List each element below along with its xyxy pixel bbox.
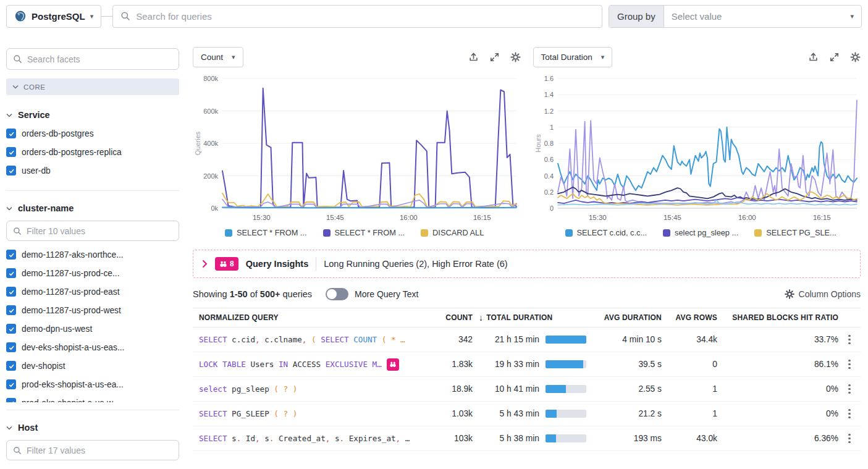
facet-checkbox-item[interactable]: demo-11287-aks-northce... xyxy=(6,248,179,261)
more-query-text-label: More Query Text xyxy=(355,289,418,299)
facet-checkbox-item[interactable]: orders-db-postgres xyxy=(6,127,179,140)
facet-group-service-header[interactable]: Service xyxy=(6,110,179,120)
table-row[interactable]: SELECT PG_SLEEP ( ? ) 1.03k 5 h 43 min 2… xyxy=(193,402,861,426)
column-header-total-duration[interactable]: ↓TOTAL DURATION xyxy=(473,313,591,323)
checkbox-checked-icon[interactable] xyxy=(6,305,16,315)
legend-item[interactable]: SELECT * FROM ... xyxy=(323,228,405,237)
bar-track xyxy=(546,410,586,418)
checkbox-checked-icon[interactable] xyxy=(6,398,16,402)
normalized-query-cell[interactable]: select pg_sleep ( ? ) xyxy=(193,384,428,394)
row-actions-menu[interactable] xyxy=(838,434,861,444)
group-by-value-select[interactable]: Select value ▾ xyxy=(664,6,861,27)
facet-sidebar: CORE Service orders-db-postgres xyxy=(0,32,189,469)
normalized-query-cell[interactable]: SELECT c.cid, c.clname, ( SELECT COUNT (… xyxy=(193,335,428,344)
row-actions-menu[interactable] xyxy=(838,384,861,394)
checkbox-checked-icon[interactable] xyxy=(6,250,16,260)
facet-checkbox-item[interactable]: user-db xyxy=(6,164,179,177)
normalized-query-cell[interactable]: LOCK TABLE Users IN ACCESS EXCLUSIVE M… xyxy=(193,358,428,371)
postgresql-logo-icon xyxy=(14,10,27,22)
export-icon[interactable] xyxy=(808,52,819,62)
table-row[interactable]: SELECT s. Id, s. Created_at, s. Expires_… xyxy=(193,426,861,451)
legend-item[interactable]: SELECT * FROM ... xyxy=(225,228,307,237)
facet-value-label: user-db xyxy=(22,166,51,175)
facet-value-label: demo-11287-us-prod-west xyxy=(22,306,121,315)
legend-item[interactable]: SELECT c.cid, c.c... xyxy=(565,228,647,237)
expand-icon[interactable] xyxy=(829,52,840,62)
facet-search-input[interactable] xyxy=(27,54,172,64)
facet-checkbox-item[interactable]: prod-eks-shopist-a-us-ea... xyxy=(6,378,179,391)
chevron-right-icon[interactable] xyxy=(202,260,208,268)
total-duration-chart[interactable]: 00.20.40.60.811.21.41.615:3015:4516:0016… xyxy=(533,70,861,224)
normalized-query-cell[interactable]: SELECT PG_SLEEP ( ? ) xyxy=(193,409,428,418)
checkbox-checked-icon[interactable] xyxy=(6,147,16,157)
total-duration-metric-select[interactable]: Total Duration ▾ xyxy=(533,47,613,67)
gear-icon[interactable] xyxy=(510,52,521,62)
chart-actions xyxy=(808,52,861,62)
facet-checkbox-item[interactable]: demo-dpn-us-west xyxy=(6,323,179,335)
checkbox-checked-icon[interactable] xyxy=(6,129,16,138)
cluster-filter-input[interactable] xyxy=(27,226,172,236)
avg-rows-cell: 1 xyxy=(662,409,717,418)
checkbox-checked-icon[interactable] xyxy=(6,268,16,278)
database-type-select[interactable]: PostgreSQL ▾ xyxy=(6,5,101,28)
column-header-avg-rows[interactable]: AVG ROWS xyxy=(662,313,717,322)
checkbox-checked-icon[interactable] xyxy=(6,166,16,175)
facet-checkbox-item[interactable]: demo-11287-us-prod-ce... xyxy=(6,267,179,279)
facet-group-host-header[interactable]: Host xyxy=(6,423,179,433)
checkbox-checked-icon[interactable] xyxy=(6,324,16,334)
svg-text:200k: 200k xyxy=(203,172,218,180)
checkbox-checked-icon[interactable] xyxy=(6,287,16,297)
legend-item[interactable]: select pg_sleep ... xyxy=(663,228,738,237)
table-toolbar: Showing 1-50 of 500+ queries More Query … xyxy=(193,288,861,300)
query-sql-text: SELECT c.cid, c.clname, ( SELECT COUNT (… xyxy=(199,335,405,344)
count-metric-select[interactable]: Count ▾ xyxy=(193,47,243,67)
facet-value-label: demo-11287-us-prod-ce... xyxy=(22,269,120,278)
legend-item[interactable]: SELECT PG_SLE... xyxy=(754,228,836,237)
column-options-label: Column Options xyxy=(799,289,861,299)
column-header-count[interactable]: COUNT xyxy=(428,313,473,322)
chevron-down-icon: ▾ xyxy=(232,53,235,61)
column-header-normalized-query[interactable]: NORMALIZED QUERY xyxy=(193,313,428,322)
legend-label: DISCARD ALL xyxy=(432,228,484,237)
core-section-header[interactable]: CORE xyxy=(6,78,179,95)
total-duration-chart-header: Total Duration ▾ xyxy=(533,47,861,67)
expand-icon[interactable] xyxy=(489,52,500,62)
sort-descending-icon: ↓ xyxy=(479,313,483,323)
gear-icon[interactable] xyxy=(850,52,861,62)
facet-checkbox-item[interactable]: dev-eks-shopist-a-us-eas... xyxy=(6,341,179,353)
facet-checkbox-item[interactable]: demo-11287-us-prod-east xyxy=(6,285,179,298)
column-header-shared-blocks-hit-ratio[interactable]: SHARED BLOCKS HIT RATIO xyxy=(717,313,838,322)
facet-group-cluster-header[interactable]: cluster-name xyxy=(6,203,179,213)
count-chart[interactable]: 0k200k400k600k800k15:3015:4516:0016:15Qu… xyxy=(193,70,520,224)
row-actions-menu[interactable] xyxy=(838,360,861,370)
host-filter-input[interactable] xyxy=(27,446,172,455)
legend-label: SELECT PG_SLE... xyxy=(766,228,836,237)
legend-item[interactable]: DISCARD ALL xyxy=(421,228,484,237)
checkbox-checked-icon[interactable] xyxy=(6,342,16,352)
checkbox-checked-icon[interactable] xyxy=(6,379,16,389)
table-row[interactable]: LOCK TABLE Users IN ACCESS EXCLUSIVE M… … xyxy=(193,352,861,377)
column-options-button[interactable]: Column Options xyxy=(785,289,861,299)
column-header-avg-duration[interactable]: AVG DURATION xyxy=(591,313,662,322)
facet-value-label: prod-eks-shopist-a-us-w xyxy=(22,399,113,403)
more-query-text-toggle[interactable] xyxy=(326,288,348,300)
insight-badge[interactable] xyxy=(387,358,399,371)
ratio-cell: 33.7% xyxy=(717,335,838,344)
row-actions-menu[interactable] xyxy=(838,335,861,345)
count-cell: 1.83k xyxy=(428,360,473,369)
row-actions-menu[interactable] xyxy=(838,409,861,419)
table-row[interactable]: select pg_sleep ( ? ) 18.9k 10 h 41 min … xyxy=(193,377,861,402)
table-row[interactable]: SELECT c.cid, c.clname, ( SELECT COUNT (… xyxy=(193,327,861,352)
query-insights-banner[interactable]: 8 Query Insights Long Running Queries (2… xyxy=(193,250,861,278)
query-search-input[interactable] xyxy=(136,11,594,22)
facet-checkbox-item[interactable]: prod-eks-shopist-a-us-w xyxy=(6,397,179,402)
facet-checkbox-item[interactable]: demo-11287-us-prod-west xyxy=(6,304,179,316)
checkbox-checked-icon[interactable] xyxy=(6,361,16,371)
legend-label: SELECT c.cid, c.c... xyxy=(577,228,647,237)
svg-text:15:30: 15:30 xyxy=(253,214,271,221)
normalized-query-cell[interactable]: SELECT s. Id, s. Created_at, s. Expires_… xyxy=(193,434,428,443)
facet-checkbox-item[interactable]: orders-db-postgres-replica xyxy=(6,146,179,158)
bar-fill xyxy=(546,434,556,442)
export-icon[interactable] xyxy=(468,52,479,62)
facet-checkbox-item[interactable]: dev-shopist xyxy=(6,360,179,372)
